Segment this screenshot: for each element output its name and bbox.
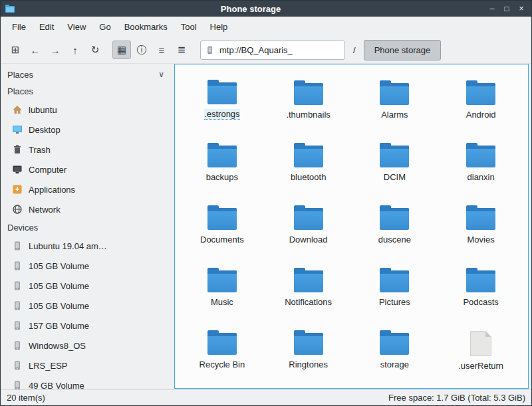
applications-icon [12,184,23,195]
sidebar: Places ∨ Places lubuntu Desktop [1,64,174,389]
file-item[interactable]: Android [438,70,524,132]
sidebar-item-applications[interactable]: Applications [1,179,174,199]
menu-view[interactable]: View [61,19,92,35]
sidebar-device-windows8[interactable]: Windows8_OS [1,336,174,355]
up-icon[interactable]: ↑ [66,41,84,59]
detailed-view-icon[interactable]: ≣ [172,41,191,59]
folder-icon [207,333,237,355]
file-item[interactable]: Notifications [265,257,352,320]
file-item[interactable]: .userReturn [438,320,524,382]
sidebar-item-desktop[interactable]: Desktop [1,120,174,140]
menubar: File Edit View Go Bookmarks Tool Help [1,17,531,37]
desktop-icon [12,124,23,135]
info-icon[interactable]: ⓘ [132,41,151,59]
folder-icon [294,270,323,292]
path-crumb-phone-storage[interactable]: Phone storage [364,40,442,60]
sidebar-device-volume-4[interactable]: 157 GB Volume [1,316,174,336]
computer-icon [12,164,23,175]
folder-icon [294,333,323,355]
menu-bookmarks[interactable]: Bookmarks [118,19,174,35]
device-icon [12,300,23,311]
file-item[interactable]: Pictures [352,257,438,320]
menu-go[interactable]: Go [93,19,116,35]
file-item[interactable]: DCIM [352,132,438,195]
minimize-button[interactable]: – [486,3,498,15]
file-item-label: storage [380,359,409,369]
file-item[interactable]: Documents [179,195,265,257]
close-button[interactable]: × [515,3,527,15]
menu-file[interactable]: File [6,19,32,35]
file-item[interactable]: .estrongs [179,70,265,132]
file-item-label: Android [466,110,496,120]
file-item-label: .thumbnails [286,110,330,120]
sidebar-item-label: 49 GB Volume [29,381,84,390]
window-controls: – □ × [486,3,527,15]
device-icon [12,260,23,271]
file-item[interactable]: dianxin [438,132,524,195]
new-tab-icon[interactable]: ⊞ [6,41,25,59]
file-item[interactable]: Movies [438,195,524,257]
file-item[interactable]: Music [179,257,265,320]
network-icon [12,204,23,215]
sidebar-item-home[interactable]: lubuntu [1,100,174,120]
item-count-text: 20 item(s) [7,393,45,403]
file-item[interactable]: Download [265,195,352,257]
file-item[interactable]: Ringtones [265,320,352,382]
folder-icon [466,208,495,230]
menu-edit[interactable]: Edit [33,19,60,35]
file-item[interactable]: .thumbnails [265,70,352,132]
sidebar-item-network[interactable]: Network [1,199,174,219]
file-item-label: Music [211,297,233,307]
folder-icon [466,270,495,292]
path-root-crumb[interactable]: / [345,45,364,55]
file-item[interactable]: Podcasts [438,257,524,320]
free-space-text: Free space: 1.7 GiB (Total: 5.3 GiB) [388,393,525,403]
sidebar-item-computer[interactable]: Computer [1,159,174,179]
home-icon [12,104,23,115]
file-item-label: Ringtones [289,359,328,369]
sidebar-item-label: Applications [29,185,75,195]
sidebar-item-label: 105 GB Volume [29,301,89,311]
sidebar-device-volume-3[interactable]: 105 GB Volume [1,296,174,316]
pathbar: / Phone storage [200,40,526,60]
sidebar-item-label: Lubuntu 19.04 am… [29,241,107,251]
sidebar-device-volume-1[interactable]: 105 GB Volume [1,256,174,276]
compact-view-icon[interactable]: ≡ [152,41,171,59]
path-input[interactable] [218,45,340,56]
menu-help[interactable]: Help [204,19,234,35]
folder-icon [207,208,237,230]
device-icon [12,380,23,389]
file-item[interactable]: backups [179,132,265,195]
forward-icon[interactable]: → [46,41,65,59]
file-item-label: Notifications [285,297,332,307]
folder-grid: .estrongs .thumbnails Alarms Android bac… [175,64,528,388]
sidebar-item-trash[interactable]: Trash [1,140,174,159]
icon-view-icon[interactable]: ▦ [112,41,131,59]
file-item-label: .estrongs [204,109,239,120]
device-icon [12,340,23,351]
sidebar-panel-title: Places [7,70,33,80]
trash-icon [12,144,23,155]
folder-icon [207,82,237,104]
file-item-label: Download [289,235,328,245]
sidebar-device-volume-2[interactable]: 105 GB Volume [1,276,174,296]
file-item[interactable]: duscene [352,195,438,257]
sidebar-item-label: 157 GB Volume [29,321,89,331]
menu-tool[interactable]: Tool [175,19,203,35]
chevron-down-icon[interactable]: ∨ [156,70,167,79]
sidebar-device-lubuntu[interactable]: Lubuntu 19.04 am… [1,236,174,256]
file-item[interactable]: Recycle Bin [179,320,265,382]
toolbar: ⊞ ← → ↑ ↻ ▦ ⓘ ≡ ≣ / Phone storage [1,37,531,64]
maximize-button[interactable]: □ [501,3,513,15]
file-item[interactable]: bluetooth [265,132,352,195]
titlebar: Phone storage – □ × [1,1,531,17]
sidebar-device-volume-5[interactable]: 49 GB Volume [1,375,174,389]
sidebar-device-lrs-esp[interactable]: LRS_ESP [1,355,174,375]
back-icon[interactable]: ← [26,41,45,59]
device-icon [12,320,23,331]
reload-icon[interactable]: ↻ [86,41,104,59]
file-item[interactable]: storage [352,320,438,382]
file-item-label: Movies [467,235,495,245]
sidebar-item-label: Computer [29,165,66,175]
file-item[interactable]: Alarms [352,70,438,132]
